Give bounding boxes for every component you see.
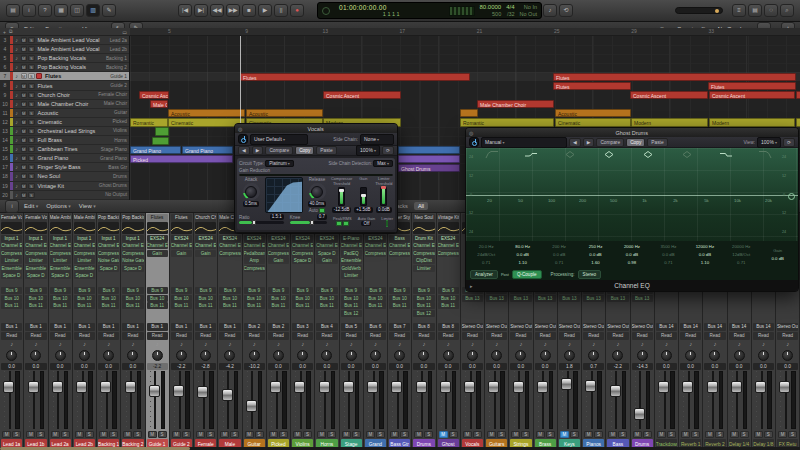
pan-knob[interactable] [55,350,66,361]
channel-strip[interactable]: FlutesEXS24Channel EQGainBus 9Bus 10Bus … [170,213,194,450]
instrument-slot[interactable]: Bass [389,235,410,242]
automation-mode-slot[interactable]: Read [607,332,628,340]
track-row[interactable]: 14♪MSFull BrassHorns [0,136,129,145]
track-name[interactable]: Finger Style Bass [36,164,109,170]
send-slot[interactable]: Bus 9 [413,287,434,294]
output-slot[interactable]: Bus 5 [341,323,362,331]
track-name[interactable]: Male Chamber Choir [36,101,104,107]
output-slot[interactable]: Bus 2 [244,323,265,331]
send-slot[interactable]: Bus 9 [341,287,362,294]
volume-value[interactable]: 0.0 [680,363,701,370]
automation-mode-slot[interactable]: Read [147,332,168,340]
volume-fader[interactable] [633,371,651,429]
region[interactable]: Flutes [553,82,631,90]
toolbars-icon[interactable]: ▦ [54,4,68,17]
track-zoom-icon[interactable]: ▭ [122,29,127,35]
lcd-signature[interactable]: 4/4 [506,4,514,11]
volume-value[interactable]: 0.0 [413,363,434,370]
rewind-button[interactable]: ◀◀ [210,4,224,17]
output-slot[interactable]: Bus 7 [389,323,410,331]
fader-cap[interactable] [391,381,402,393]
send-slot[interactable]: Bus 10 [1,295,22,302]
volume-value[interactable]: 0.0 [268,363,289,370]
region[interactable]: Grand Piano [130,146,181,154]
send-slot[interactable]: Bus 9 [25,287,46,294]
send-slot[interactable]: Bus 10 [171,295,192,302]
volume-fader[interactable] [294,371,312,429]
track-row[interactable]: 15♪MSCaribbean TinesStage Piano [0,145,129,154]
solo-button[interactable]: S [424,431,433,438]
mute-button[interactable]: M [26,431,35,438]
fader-cap[interactable] [319,381,330,393]
automation-mode-slot[interactable]: Read [316,332,337,340]
send-slot[interactable]: Bus 9 [50,287,71,294]
pan-knob[interactable] [758,350,769,361]
pan-knob[interactable] [491,350,502,361]
solo-button[interactable]: S [740,431,749,438]
fader-cap[interactable] [561,378,572,390]
pan-knob[interactable] [370,350,381,361]
eq-band-readout[interactable]: 20.0 Hz24dB/Oct0.71 [468,241,504,268]
region[interactable]: Cosmic Ascent [630,91,708,99]
solo-button[interactable]: S [497,431,506,438]
comp-fader-cap[interactable] [381,186,386,189]
mute-button[interactable]: M [778,431,787,438]
mute-button[interactable]: M [560,431,569,438]
send-slot[interactable]: Bus 10 [195,295,216,302]
fx-slot[interactable]: Compressor [268,250,289,257]
fader-cap[interactable] [3,381,14,393]
fx-slot[interactable]: Channel EQ [195,242,216,249]
output-slot[interactable]: Bus 1 [25,323,46,331]
track-name[interactable]: Caribbean Tines [36,146,101,152]
comp-fader-value[interactable]: -12.5dB [332,207,352,213]
solo-button[interactable]: S [158,431,167,438]
track-solo-button[interactable]: S [28,137,35,143]
volume-value[interactable]: 0.0 [753,363,774,370]
mixer-inspector-icon[interactable]: i [5,200,19,213]
mixer-menu-edit[interactable]: Edit [24,203,38,209]
volume-value[interactable]: -2.2 [171,363,192,370]
copy-button[interactable]: Copy [626,138,645,147]
track-row[interactable]: 5♪MSPop Backing VocalsBacking 1 [0,54,129,63]
fx-slot[interactable]: Compressor [1,250,22,257]
send-slot[interactable]: Bus 12 [341,310,362,317]
automation-mode-slot[interactable]: Read [98,332,119,340]
send-slot[interactable]: Bus 11 [389,302,410,309]
volume-fader[interactable] [439,371,457,429]
fx-slot[interactable]: Channel EQ [341,242,362,249]
track-row[interactable]: 8♪MSFlutesGuide 2 [0,81,129,90]
send-slot[interactable]: Bus 9 [122,287,143,294]
send-slot[interactable]: Bus 13 [462,295,483,302]
region[interactable]: Romantic [130,118,168,126]
attack-value[interactable]: 0.5ms [243,201,259,207]
volume-value[interactable]: 0.0 [656,363,677,370]
list-editors-icon[interactable]: ≡ [732,4,746,17]
volume-value[interactable]: 0.0 [438,363,459,370]
volume-value[interactable]: 0.0 [98,363,119,370]
track-row[interactable]: 17♪MSFinger Style BassBass Gtr [0,163,129,172]
compare-button[interactable]: Compare [596,138,624,147]
send-slot[interactable]: Bus 11 [50,302,71,309]
instrument-slot[interactable]: EXS24 [268,235,289,242]
send-slot[interactable]: Bus 9 [171,287,192,294]
solo-button[interactable]: S [61,431,70,438]
track-solo-button[interactable]: S [28,101,35,107]
output-slot[interactable]: Stereo Out [486,323,507,331]
fx-slot[interactable]: Channel EQ [98,242,119,249]
region[interactable]: Picked [130,155,233,163]
instrument-slot[interactable]: EXS24 [438,235,459,242]
channel-setting-button[interactable]: Female Vocal [25,214,46,222]
fx-slot[interactable]: Compressor [292,250,313,257]
mute-button[interactable]: M [2,431,11,438]
solo-button[interactable]: S [85,431,94,438]
pan-knob[interactable] [564,350,575,361]
track-name[interactable]: Neo Soul [36,173,113,179]
track-name[interactable]: Male Ambient Lead Vocal [36,46,110,52]
track-solo-button[interactable]: S [28,73,35,79]
pan-knob[interactable] [30,350,41,361]
send-slot[interactable]: Bus 9 [74,287,95,294]
fader-cap[interactable] [634,408,645,420]
volume-fader[interactable] [536,371,554,429]
fx-slot[interactable]: Channel EQ [268,242,289,249]
region[interactable]: Flutes [240,73,470,81]
